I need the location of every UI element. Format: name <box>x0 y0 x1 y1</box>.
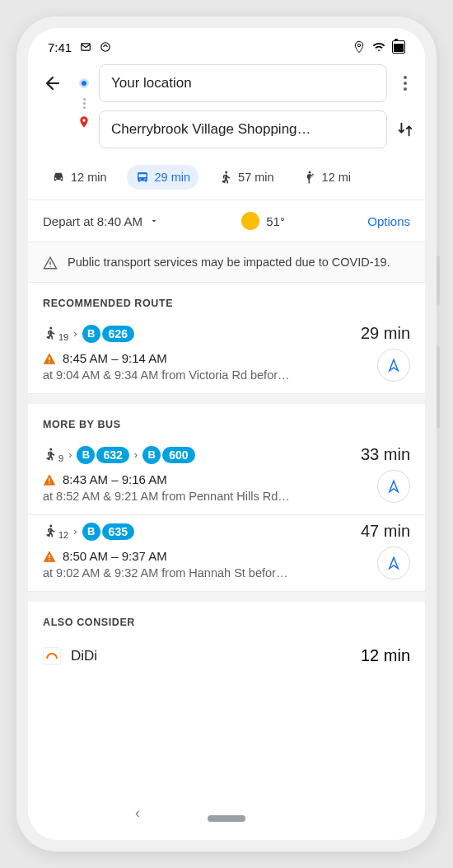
start-nav-button[interactable] <box>377 470 410 503</box>
more-options-button[interactable] <box>394 67 417 100</box>
temperature: 51° <box>266 214 285 228</box>
route-time-window: 8:50 AM – 9:37 AM <box>63 549 167 563</box>
bus-badge: 626 <box>102 326 134 342</box>
route-connector-dots <box>83 96 86 110</box>
origin-dot-icon <box>79 78 89 88</box>
route-subtext: at 8:52 AM & 9:21 AM from Pennant Hills … <box>43 490 339 503</box>
svg-rect-19 <box>49 559 49 560</box>
svg-point-1 <box>101 43 110 52</box>
navigate-icon <box>386 556 401 570</box>
warning-text: Public transport services may be impacte… <box>68 254 390 270</box>
chevron-right-icon: › <box>134 448 138 461</box>
volume-button <box>437 346 440 429</box>
bus-badge: 632 <box>96 447 128 463</box>
covid-warning: Public transport services may be impacte… <box>28 242 425 283</box>
svg-rect-6 <box>138 174 146 177</box>
power-button <box>437 256 440 305</box>
navigate-icon <box>386 479 401 494</box>
svg-point-2 <box>357 44 360 46</box>
phone-frame: 7:41 Your location <box>16 16 437 852</box>
route-card-2[interactable]: 12 › B635 47 min 8:50 AM – 9:37 AM at 9:… <box>28 515 425 592</box>
section-gap <box>28 592 425 602</box>
route-card-1[interactable]: 9 › B632 › B600 33 min 8:43 AM – 9:16 AM… <box>28 439 425 515</box>
route-time-window: 8:45 AM – 9:14 AM <box>63 351 167 365</box>
svg-rect-15 <box>49 478 49 481</box>
chevron-right-icon: › <box>73 525 77 537</box>
svg-rect-12 <box>49 357 49 360</box>
didi-icon <box>43 647 61 665</box>
walk-icon <box>218 170 233 185</box>
swap-button[interactable] <box>394 113 417 146</box>
depart-time-selector[interactable]: Depart at 8:40 AM <box>43 214 159 228</box>
also-consider-row[interactable]: DiDi 12 min <box>28 636 425 680</box>
walk-icon <box>43 326 58 340</box>
alert-icon <box>43 473 56 486</box>
route-duration: 33 min <box>361 445 410 464</box>
svg-rect-13 <box>49 361 49 362</box>
svg-point-5 <box>60 178 62 180</box>
tab-drive-label: 12 min <box>71 171 107 184</box>
also-provider: DiDi <box>71 648 97 664</box>
bus-circle-icon: B <box>77 446 95 464</box>
bus-circle-icon: B <box>82 325 100 343</box>
gmail-icon <box>80 41 91 53</box>
svg-point-14 <box>49 448 52 450</box>
system-home-pill[interactable] <box>208 815 245 822</box>
status-bar: 7:41 <box>28 28 425 59</box>
alert-icon <box>43 550 56 563</box>
chevron-right-icon: › <box>73 327 77 340</box>
tab-drive[interactable]: 12 min <box>43 165 115 190</box>
svg-point-10 <box>308 171 311 174</box>
svg-point-4 <box>55 178 57 180</box>
alert-icon <box>43 352 56 365</box>
route-card-0[interactable]: 19 › B626 29 min 8:45 AM – 9:14 AM at 9:… <box>28 317 425 394</box>
also-time: 12 min <box>361 646 410 665</box>
car-icon <box>51 170 66 185</box>
transit-icon <box>135 170 150 185</box>
section-also-title: ALSO CONSIDER <box>28 602 425 636</box>
tab-rideshare[interactable]: 12 mi <box>294 165 359 190</box>
start-nav-button[interactable] <box>377 547 410 579</box>
svg-point-11 <box>49 326 52 329</box>
svg-point-9 <box>225 171 227 174</box>
screen: 7:41 Your location <box>28 28 425 840</box>
back-button[interactable] <box>36 67 69 100</box>
walk-minutes: 19 <box>58 332 68 342</box>
route-subtext: at 9:02 AM & 9:32 AM from Hannah St befo… <box>43 566 339 579</box>
sun-icon <box>241 212 259 230</box>
options-link[interactable]: Options <box>367 214 410 228</box>
battery-icon <box>392 40 405 54</box>
svg-point-7 <box>139 179 141 181</box>
destination-input[interactable]: Cherrybrook Village Shopping… <box>99 110 387 148</box>
origin-input[interactable]: Your location <box>99 64 387 102</box>
route-time-window: 8:43 AM – 9:16 AM <box>63 472 167 486</box>
route-duration: 29 min <box>361 324 410 343</box>
tab-transit-label: 29 min <box>155 171 191 184</box>
svg-point-17 <box>49 524 52 527</box>
svg-rect-16 <box>49 482 49 483</box>
tab-walk[interactable]: 57 min <box>210 165 283 190</box>
bus-circle-icon: B <box>82 523 100 541</box>
depart-label: Depart at 8:40 AM <box>43 214 142 228</box>
origin-marker <box>76 78 92 88</box>
destination-pin-icon <box>77 114 91 130</box>
bus-circle-icon: B <box>142 446 161 464</box>
tab-transit[interactable]: 29 min <box>127 165 199 190</box>
depart-options-row: Depart at 8:40 AM 51° Options <box>28 200 425 242</box>
section-gap <box>28 394 425 404</box>
svg-point-8 <box>144 179 146 181</box>
navigate-icon <box>386 358 401 373</box>
dnd-icon <box>100 41 111 53</box>
start-nav-button[interactable] <box>377 349 410 382</box>
walk-icon <box>43 523 58 538</box>
chevron-down-icon <box>149 216 159 226</box>
bus-badge: 635 <box>102 523 134 540</box>
status-time: 7:41 <box>48 40 72 54</box>
walk-minutes: 12 <box>58 530 68 540</box>
system-back-button[interactable]: ‹ <box>135 805 140 822</box>
system-nav-bar: ‹ <box>28 804 425 840</box>
tab-walk-label: 57 min <box>238 171 274 184</box>
bus-badge: 600 <box>162 447 194 463</box>
route-subtext: at 9:04 AM & 9:34 AM from Victoria Rd be… <box>43 368 339 382</box>
section-recommended-title: RECOMMENDED ROUTE <box>28 283 425 317</box>
